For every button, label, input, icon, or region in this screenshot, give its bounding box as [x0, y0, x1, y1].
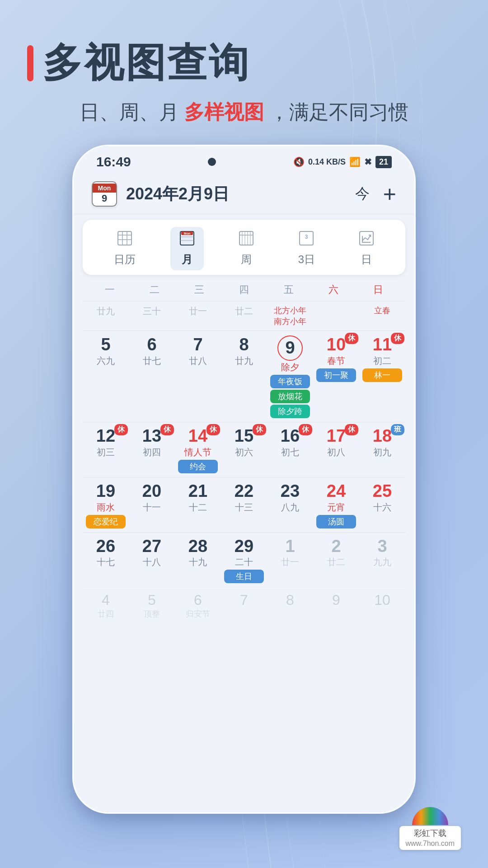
date-cell-9[interactable]: 9 除夕 年夜饭 放烟花 除夕跨 — [267, 333, 313, 420]
calendar-grid: 一 二 三 四 五 六 日 廿九 三十 廿一 廿二 北方小年南方小年 立春 — [74, 280, 414, 621]
badge-14: 休 — [206, 424, 220, 435]
bottom-7: 7 — [221, 590, 267, 621]
badge-10: 休 — [345, 333, 358, 344]
wifi-icon: 📶 — [349, 156, 361, 167]
date-cell-16[interactable]: 16 休 初七 — [267, 424, 313, 469]
download-badge: 彩虹下载 www.7hon.com — [399, 807, 461, 850]
bottom-8: 8 — [267, 590, 313, 621]
network-speed: 0.14 KB/S — [308, 157, 346, 167]
rainbow-arc — [412, 807, 448, 825]
partial-cell-5: 北方小年南方小年 — [267, 303, 313, 329]
tab-3day-label: 3日 — [298, 252, 315, 267]
badge-12: 休 — [114, 424, 128, 435]
phone-frame: 16:49 🔇 0.14 KB/S 📶 ✖ 21 Mon 9 2024年2月9日… — [72, 145, 416, 814]
event-love: 恋爱纪 — [86, 515, 126, 528]
bottom-9: 9 — [313, 590, 359, 621]
date-cell-17[interactable]: 17 休 初八 — [313, 424, 359, 469]
date-row-1: 5 六九 6 廿七 7 廿八 8 廿九 — [83, 330, 405, 422]
calendar-icon[interactable]: Mon 9 — [92, 181, 117, 207]
today-button[interactable]: 今 — [355, 184, 370, 204]
date-cell-10[interactable]: 10 休 春节 初一聚 — [313, 333, 359, 384]
svg-rect-0 — [118, 231, 131, 245]
hero-section: 多视图查询 日、周、月 多样视图 ，满足不同习惯 — [0, 0, 488, 144]
date-cell-14[interactable]: 14 休 情人节 约会 — [175, 424, 221, 475]
badge-13: 休 — [160, 424, 174, 435]
event-date: 约会 — [178, 460, 218, 473]
date-cell-27[interactable]: 27 十八 — [129, 534, 175, 580]
badge-17: 休 — [345, 424, 358, 435]
partial-cell-1: 廿九 — [83, 303, 129, 329]
tab-month[interactable]: Mon 月 — [170, 227, 204, 270]
partial-cell-7: 立春 — [359, 303, 405, 329]
date-cell-5[interactable]: 5 六九 — [83, 333, 129, 378]
date-cell-20[interactable]: 20 十一 — [129, 479, 175, 524]
calendar-date-title: 2024年2月9日 — [126, 183, 229, 205]
date-cell-21[interactable]: 21 十二 — [175, 479, 221, 524]
badge-15: 休 — [253, 424, 266, 435]
add-event-button[interactable]: + — [383, 183, 396, 205]
partial-cell-4: 廿二 — [221, 303, 267, 329]
date-cell-13[interactable]: 13 休 初四 — [129, 424, 175, 469]
bottom-row: 4 廿四 5 顶整 6 归安节 7 8 — [83, 587, 405, 621]
event-reunion: 初一聚 — [316, 368, 356, 382]
month-icon: Mon — [179, 231, 195, 250]
phone-mockup: 16:49 🔇 0.14 KB/S 📶 ✖ 21 Mon 9 2024年2月9日… — [72, 145, 416, 814]
weekday-thu: 四 — [221, 280, 266, 299]
event-chuxi: 除夕跨 — [270, 405, 310, 418]
date-cell-24[interactable]: 24 元宵 汤圆 — [313, 479, 359, 530]
badge-18: 班 — [391, 424, 404, 435]
tab-week[interactable]: 周 — [230, 227, 263, 270]
event-fireworks: 放烟花 — [270, 390, 310, 403]
tab-3day[interactable]: 3 3日 — [289, 227, 324, 270]
date-cell-18[interactable]: 18 班 初九 — [359, 424, 405, 469]
badge-16: 休 — [299, 424, 312, 435]
bottom-6: 6 归安节 — [175, 590, 221, 621]
tab-day-label: 日 — [361, 252, 372, 267]
date-cell-next-1[interactable]: 1 廿一 — [267, 534, 313, 580]
date-row-4: 26 十七 27 十八 28 十九 29 二十 生日 — [83, 532, 405, 587]
date-cell-11[interactable]: 11 休 初二 林一 — [359, 333, 405, 384]
tab-month-label: 月 — [182, 252, 192, 267]
date-row-2: 12 休 初三 13 休 初四 14 休 情人节 约会 — [83, 422, 405, 477]
date-cell-28[interactable]: 28 十九 — [175, 534, 221, 580]
date-cell-next-3[interactable]: 3 九九 — [359, 534, 405, 580]
date-cell-6[interactable]: 6 廿七 — [129, 333, 175, 378]
bottom-4: 4 廿四 — [83, 590, 129, 621]
bottom-5: 5 顶整 — [129, 590, 175, 621]
weekday-mon: 一 — [87, 280, 132, 299]
date-cell-25[interactable]: 25 十六 — [359, 479, 405, 524]
tab-calendar[interactable]: 日历 — [105, 227, 145, 270]
bottom-10: 10 — [359, 590, 405, 621]
date-cell-7[interactable]: 7 廿八 — [175, 333, 221, 378]
date-cell-29[interactable]: 29 二十 生日 — [221, 534, 267, 585]
day-icon — [359, 231, 374, 250]
battery-level: 21 — [375, 156, 392, 168]
3day-icon: 3 — [299, 231, 314, 250]
weekday-sat: 六 — [311, 280, 356, 299]
weekday-tue: 二 — [132, 280, 177, 299]
tab-week-label: 周 — [241, 252, 252, 267]
download-text: 彩虹下载 www.7hon.com — [399, 826, 461, 850]
date-cell-12[interactable]: 12 休 初三 — [83, 424, 129, 469]
partial-cell-2: 三十 — [129, 303, 175, 329]
date-cell-8[interactable]: 8 廿九 — [221, 333, 267, 378]
status-bar: 16:49 🔇 0.14 KB/S 📶 ✖ 21 — [74, 146, 414, 174]
calendar-header: Mon 9 2024年2月9日 今 + — [74, 174, 414, 214]
tab-day[interactable]: 日 — [350, 227, 383, 270]
accent-bar — [27, 45, 33, 81]
weekday-wed: 三 — [177, 280, 221, 299]
weekday-fri: 五 — [267, 280, 311, 299]
view-selector: 日历 Mon 月 — [83, 220, 405, 275]
event-birthday: 生日 — [224, 570, 264, 583]
date-cell-15[interactable]: 15 休 初六 — [221, 424, 267, 469]
date-cell-26[interactable]: 26 十七 — [83, 534, 129, 580]
status-time: 16:49 — [96, 154, 131, 170]
date-cell-19[interactable]: 19 雨水 恋爱纪 — [83, 479, 129, 530]
event-linyi: 林一 — [362, 368, 402, 382]
date-cell-23[interactable]: 23 八九 — [267, 479, 313, 524]
date-cell-next-2[interactable]: 2 廿二 — [313, 534, 359, 580]
date-cell-22[interactable]: 22 十三 — [221, 479, 267, 524]
weekday-header: 一 二 三 四 五 六 日 — [83, 280, 405, 299]
svg-text:Mon: Mon — [184, 232, 190, 235]
subtitle: 日、周、月 多样视图 ，满足不同习惯 — [27, 99, 461, 126]
